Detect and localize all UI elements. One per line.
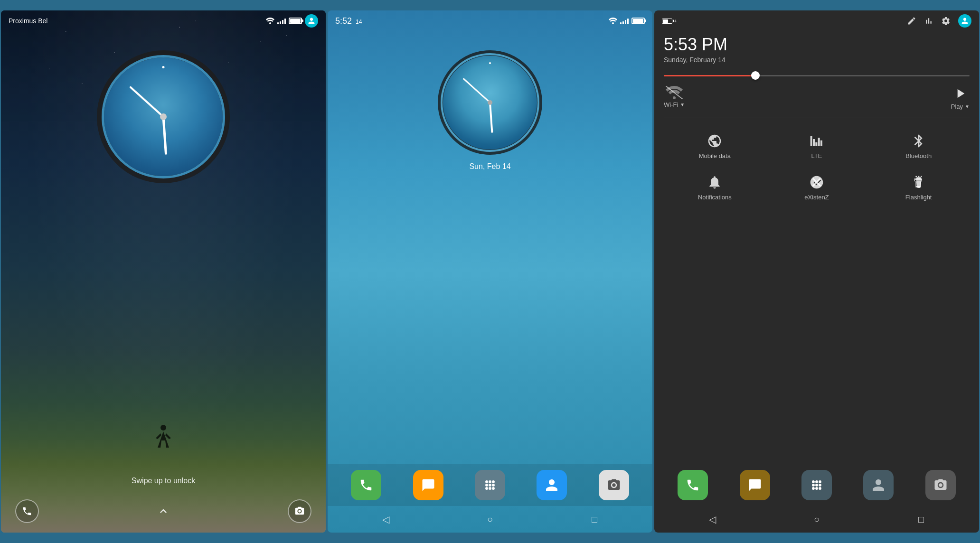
battery-icon <box>289 18 302 24</box>
lock-bottom-bar <box>1 499 326 523</box>
home-wifi-icon <box>609 18 617 24</box>
camera-lock-btn[interactable] <box>288 499 311 523</box>
tile-mobile-data[interactable]: Mobile data <box>664 126 766 167</box>
notif-dock-messages[interactable] <box>740 470 770 500</box>
person-silhouette <box>1 424 326 459</box>
status-icons <box>266 14 318 28</box>
notif-dock-camera[interactable] <box>925 470 956 500</box>
tile-existenz[interactable]: eXistenZ <box>766 167 868 208</box>
tile-existenz-label: eXistenZ <box>804 194 829 201</box>
settings-icon[interactable] <box>941 16 951 26</box>
svg-point-2 <box>612 22 614 24</box>
home-dock <box>328 464 652 506</box>
svg-point-19 <box>819 484 821 487</box>
tile-notifications-label: Notifications <box>698 194 732 201</box>
bluetooth-icon <box>911 133 926 149</box>
wifi-label[interactable]: Wi-Fi ▼ <box>664 101 685 108</box>
lock-status-bar: Proximus Bel <box>1 10 326 31</box>
lte-icon <box>809 133 824 149</box>
svg-point-20 <box>812 487 815 490</box>
play-section: Play ▼ <box>951 86 970 110</box>
tile-flashlight[interactable]: Flashlight <box>867 167 970 208</box>
dock-contacts[interactable] <box>537 470 567 500</box>
swipe-arrow[interactable] <box>157 499 170 523</box>
notif-time: 5:53 PM <box>664 35 970 54</box>
notif-home-button[interactable]: ○ <box>809 512 824 527</box>
home-status-icons <box>609 18 645 24</box>
notif-time-section: 5:53 PM Sunday, February 14 <box>654 31 979 71</box>
dock-camera[interactable] <box>599 470 629 500</box>
tile-notifications[interactable]: Notifications <box>664 167 766 208</box>
svg-point-7 <box>489 484 491 487</box>
tile-bluetooth[interactable]: Bluetooth <box>867 126 970 167</box>
svg-point-11 <box>492 487 495 490</box>
wifi-play-row: Wi-Fi ▼ Play ▼ <box>654 84 979 114</box>
svg-point-12 <box>673 96 676 99</box>
notif-avatar[interactable] <box>958 14 971 28</box>
edit-icon[interactable] <box>907 16 916 26</box>
avatar[interactable] <box>305 14 318 28</box>
home-time: 5:52 <box>335 16 352 26</box>
wifi-section: Wi-Fi ▼ <box>664 86 685 108</box>
home-clock-area: Sun, Feb 14 <box>328 31 652 464</box>
svg-point-9 <box>485 487 488 490</box>
dock-messages[interactable] <box>413 470 443 500</box>
svg-point-3 <box>485 480 488 483</box>
notif-date: Sunday, February 14 <box>664 56 970 64</box>
svg-point-8 <box>492 484 495 487</box>
svg-point-15 <box>815 480 818 483</box>
home-time-sub: 14 <box>356 19 362 25</box>
home-battery-icon <box>631 18 645 24</box>
existenz-icon <box>809 175 824 190</box>
svg-point-14 <box>812 480 815 483</box>
wifi-icon <box>266 18 274 24</box>
svg-point-17 <box>812 484 815 487</box>
brightness-row <box>654 71 979 84</box>
notif-recents-button[interactable]: □ <box>914 512 929 527</box>
play-label[interactable]: Play ▼ <box>951 103 970 110</box>
phone-lock-btn[interactable] <box>15 499 39 523</box>
tile-mobile-data-label: Mobile data <box>699 152 731 159</box>
svg-point-1 <box>160 425 166 431</box>
svg-point-18 <box>815 484 818 487</box>
home-nav-bar: ◁ ○ □ <box>328 506 652 533</box>
lock-clock <box>1 31 326 193</box>
notif-dock-contacts[interactable] <box>863 470 894 500</box>
wifi-crossed-icon[interactable] <box>666 86 683 99</box>
back-button[interactable]: ◁ <box>378 512 393 527</box>
home-status-bar: 5:52 14 <box>328 10 652 31</box>
svg-point-6 <box>485 484 488 487</box>
notification-panel: + 5:53 PM Sunday, February 14 <box>654 10 979 533</box>
tile-lte[interactable]: LTE <box>766 126 868 167</box>
recents-button[interactable]: □ <box>587 512 602 527</box>
notif-dock <box>654 464 979 506</box>
flashlight-icon <box>911 175 926 190</box>
quick-tiles: Mobile data LTE Bluetooth Notifications <box>654 122 979 212</box>
tile-bluetooth-label: Bluetooth <box>905 152 932 159</box>
signal-icon <box>277 18 286 24</box>
svg-point-4 <box>489 480 491 483</box>
svg-point-22 <box>819 487 821 490</box>
home-clock-widget <box>438 50 542 155</box>
home-button[interactable]: ○ <box>482 512 498 527</box>
notif-battery: + <box>662 18 677 24</box>
tile-lte-label: LTE <box>811 152 822 159</box>
notif-nav-bar: ◁ ○ □ <box>654 506 979 533</box>
notif-back-button[interactable]: ◁ <box>705 512 720 527</box>
play-icon[interactable] <box>952 86 968 101</box>
dock-apps[interactable] <box>475 470 505 500</box>
chart-icon[interactable] <box>924 16 933 26</box>
home-screen-panel: 5:52 14 <box>328 10 652 533</box>
lock-screen-panel: Proximus Bel <box>1 10 326 533</box>
notif-dock-phone[interactable] <box>678 470 708 500</box>
brightness-slider[interactable] <box>664 75 970 76</box>
carrier-name: Proximus Bel <box>9 17 47 25</box>
home-signal-icon <box>620 18 629 24</box>
tile-flashlight-label: Flashlight <box>905 194 932 201</box>
dock-phone[interactable] <box>351 470 381 500</box>
notif-dock-apps[interactable] <box>801 470 832 500</box>
bell-icon <box>707 175 722 190</box>
svg-point-5 <box>492 480 495 483</box>
svg-point-16 <box>819 480 821 483</box>
svg-point-10 <box>489 487 491 490</box>
